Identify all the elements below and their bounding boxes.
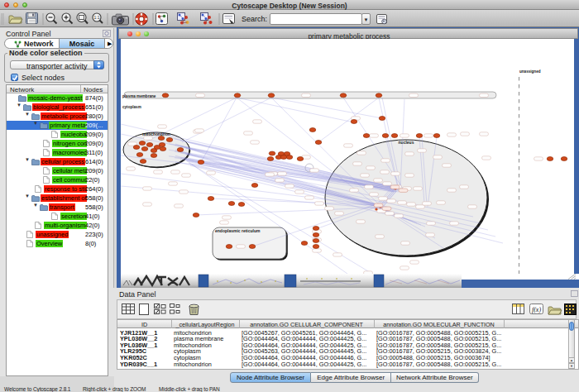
svg-text:nucleus: nucleus [399, 140, 414, 145]
svg-text:Search:: Search: [242, 15, 267, 23]
svg-text:endoplasmic reticulum: endoplasmic reticulum [215, 228, 261, 233]
svg-text:unassigned: unassigned [519, 69, 541, 74]
svg-text:1:1: 1:1 [94, 15, 100, 20]
svg-text:f(x): f(x) [532, 306, 541, 313]
svg-text:cytoplasm: cytoplasm [122, 105, 141, 109]
svg-text:plasma membrane: plasma membrane [122, 94, 156, 98]
